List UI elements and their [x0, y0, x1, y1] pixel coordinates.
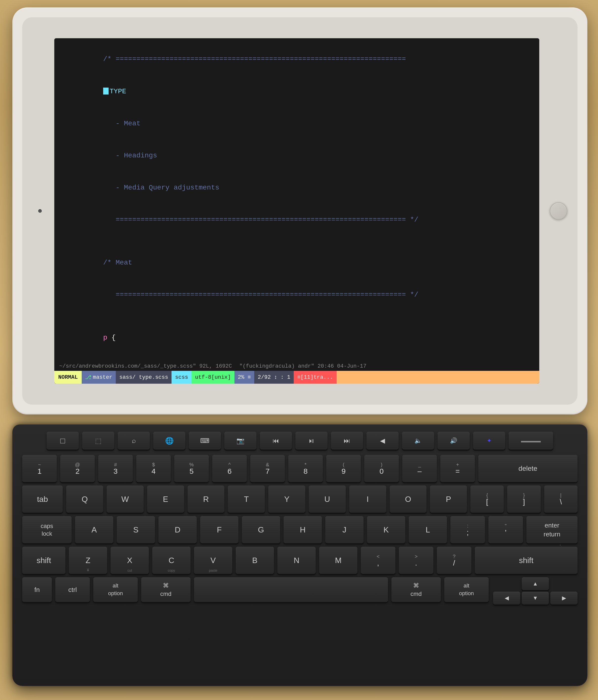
key-lbrace[interactable]: { [	[470, 485, 504, 513]
key-shift-left[interactable]: shift	[22, 547, 66, 574]
key-s[interactable]: S	[117, 516, 155, 543]
logitech-keyboard: Logitech □ ⬚ ⌕ 🌐 ⌨ 📷 ⏮ ⏯	[13, 424, 588, 686]
key-h[interactable]: H	[283, 516, 322, 543]
key-m[interactable]: M	[319, 547, 357, 574]
key-k[interactable]: K	[367, 516, 405, 543]
key-fastforward[interactable]: ⏭	[331, 432, 363, 450]
key-colon[interactable]: : ;	[450, 516, 485, 543]
key-search[interactable]: ⌕	[118, 432, 150, 450]
code-line-4: - Headings	[62, 140, 532, 172]
key-p[interactable]: P	[430, 485, 467, 513]
key-l[interactable]: L	[409, 516, 447, 543]
code-editor[interactable]: /* =====================================…	[54, 38, 539, 384]
key-caret-6[interactable]: ^ 6	[212, 455, 247, 482]
key-at-2[interactable]: @ 2	[60, 455, 95, 482]
code-line-6: ========================================…	[62, 204, 532, 236]
key-bluetooth[interactable]: ✦	[473, 432, 505, 450]
key-b[interactable]: B	[236, 547, 274, 574]
key-rbrace[interactable]: } ]	[507, 485, 541, 513]
key-shift-right[interactable]: shift	[475, 547, 577, 574]
key-f[interactable]: F	[200, 516, 239, 543]
key-rewind[interactable]: ⏮	[260, 432, 292, 450]
key-pct-5[interactable]: % 5	[174, 455, 209, 482]
ipad-screen: /* =====================================…	[54, 38, 539, 384]
key-q[interactable]: Q	[66, 485, 103, 513]
key-screenshot[interactable]: ⬚	[82, 432, 114, 450]
key-a[interactable]: A	[75, 516, 113, 543]
key-d[interactable]: D	[158, 516, 197, 543]
key-alt-left[interactable]: altoption	[93, 577, 138, 602]
key-power[interactable]: ▬▬▬▬	[509, 432, 553, 450]
key-star-8[interactable]: * 8	[288, 455, 323, 482]
key-camera[interactable]: 📷	[224, 432, 256, 450]
key-dollar-4[interactable]: $ 4	[136, 455, 171, 482]
key-n[interactable]: N	[277, 547, 316, 574]
key-equals[interactable]: + =	[440, 455, 475, 482]
key-cmd-left[interactable]: ⌘cmd	[141, 577, 191, 602]
key-enter[interactable]: enterreturn	[526, 516, 577, 543]
function-key-row: □ ⬚ ⌕ 🌐 ⌨ 📷 ⏮ ⏯ ⏭	[22, 432, 577, 450]
vim-path: ~/src/andrewbrookins.com/_sass/_type.scs…	[59, 363, 232, 369]
key-z[interactable]: Z ¥	[69, 547, 107, 574]
vim-tri: ≡ [11]tra...	[294, 371, 337, 384]
key-hash-3[interactable]: # 3	[98, 455, 133, 482]
key-amp-7[interactable]: & 7	[250, 455, 285, 482]
code-line-7	[62, 236, 532, 247]
key-c[interactable]: C copy	[152, 547, 191, 574]
key-rparen-0[interactable]: ) 0	[364, 455, 399, 482]
key-vol-down[interactable]: 🔈	[402, 432, 434, 450]
key-ctrl[interactable]: ctrl	[55, 577, 90, 602]
home-key-row: capslock A S D F G H J K L : ; " ' enter…	[22, 516, 577, 543]
key-g[interactable]: G	[242, 516, 280, 543]
key-tab[interactable]: tab	[22, 485, 63, 513]
key-question[interactable]: ? /	[437, 547, 471, 574]
vim-filename: sass/ type.scss	[116, 371, 172, 384]
key-arrow-up[interactable]: ▲	[522, 577, 549, 590]
shift-key-row: shift Z ¥ X cut C copy V paste B N M < ,…	[22, 547, 577, 574]
vim-percent: 2% ≡	[234, 371, 254, 384]
key-r[interactable]: R	[188, 485, 225, 513]
key-i[interactable]: I	[349, 485, 386, 513]
key-w[interactable]: W	[107, 485, 144, 513]
key-cmd-right[interactable]: ⌘cmd	[392, 577, 441, 602]
key-lt[interactable]: < ,	[361, 547, 395, 574]
code-line-8: /* Meat	[62, 247, 532, 279]
key-u[interactable]: U	[309, 485, 346, 513]
ipad-device: /* =====================================…	[13, 7, 588, 415]
vim-end	[337, 371, 539, 384]
key-x[interactable]: X cut	[110, 547, 149, 574]
key-alt-right[interactable]: altoption	[444, 577, 489, 602]
vim-mode: NORMAL	[54, 371, 82, 384]
qwerty-row: tab Q W E R T Y U I O P { [ } ] | \	[22, 485, 577, 513]
key-t[interactable]: T	[228, 485, 265, 513]
ipad-home-button[interactable]	[550, 202, 567, 220]
key-j[interactable]: J	[325, 516, 364, 543]
key-y[interactable]: Y	[268, 485, 305, 513]
key-delete[interactable]: delete	[478, 455, 577, 482]
key-globe[interactable]: 🌐	[153, 432, 185, 450]
key-fn[interactable]: fn	[22, 577, 52, 602]
vim-filetype: scss	[172, 371, 192, 384]
key-vol-up[interactable]: 🔊	[438, 432, 470, 450]
key-keyboard[interactable]: ⌨	[189, 432, 221, 450]
key-minus[interactable]: _ –	[402, 455, 437, 482]
key-capslock[interactable]: capslock	[22, 516, 72, 543]
key-arrow-right[interactable]: ▶	[550, 592, 577, 604]
key-arrow-left[interactable]: ◀	[493, 592, 520, 604]
key-playpause[interactable]: ⏯	[295, 432, 327, 450]
key-space[interactable]	[194, 577, 388, 602]
key-gt[interactable]: > .	[399, 547, 433, 574]
key-v[interactable]: V paste	[194, 547, 232, 574]
key-mute[interactable]: ◀	[367, 432, 399, 450]
code-line-11: p {	[62, 322, 532, 354]
vim-time: "(fuckingdracula) andr" 20:46 04-Jun-17	[240, 363, 367, 369]
key-o[interactable]: O	[390, 485, 427, 513]
key-home[interactable]: □	[47, 432, 79, 450]
key-lparen-9[interactable]: ( 9	[326, 455, 361, 482]
key-arrow-down[interactable]: ▼	[522, 592, 549, 604]
key-pipe[interactable]: | \	[544, 485, 577, 513]
key-quote[interactable]: " '	[489, 516, 523, 543]
key-tilde-1[interactable]: ~ 1	[22, 455, 57, 482]
key-e[interactable]: E	[147, 485, 184, 513]
code-line-10	[62, 311, 532, 322]
